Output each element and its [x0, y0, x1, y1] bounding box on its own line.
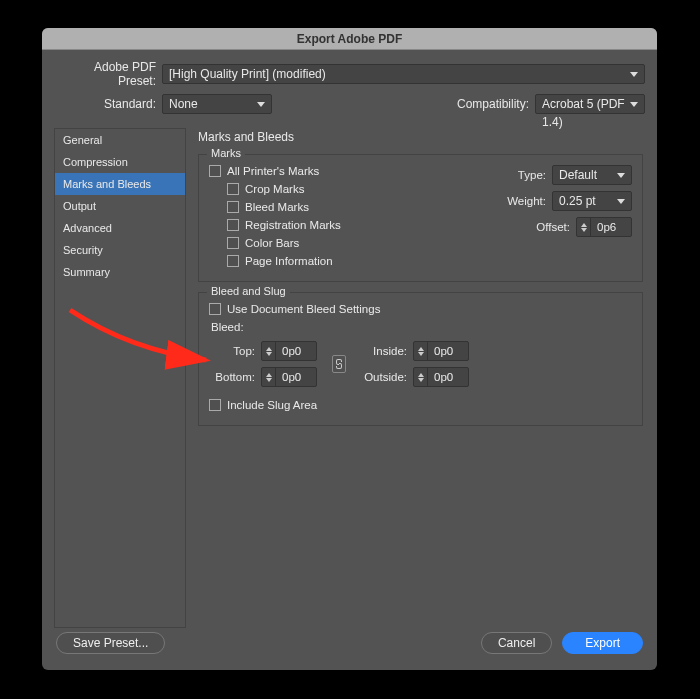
- preset-select[interactable]: [High Quality Print] (modified): [162, 64, 645, 84]
- bleed-inside-label: Inside:: [361, 345, 413, 357]
- registration-marks-checkbox[interactable]: [227, 219, 239, 231]
- bleed-marks-label: Bleed Marks: [245, 201, 309, 213]
- sidebar-item-compression[interactable]: Compression: [55, 151, 185, 173]
- bleed-outside-value: 0p0: [428, 371, 468, 383]
- compatibility-label: Compatibility:: [457, 97, 535, 111]
- offset-label: Offset:: [536, 221, 576, 233]
- standard-select[interactable]: None: [162, 94, 272, 114]
- sidebar-item-advanced[interactable]: Advanced: [55, 217, 185, 239]
- crop-marks-label: Crop Marks: [245, 183, 304, 195]
- cancel-button[interactable]: Cancel: [481, 632, 552, 654]
- color-bars-label: Color Bars: [245, 237, 299, 249]
- weight-select[interactable]: 0.25 pt: [552, 191, 632, 211]
- registration-marks-label: Registration Marks: [245, 219, 341, 231]
- bleed-bottom-input[interactable]: 0p0: [261, 367, 317, 387]
- compatibility-select[interactable]: Acrobat 5 (PDF 1.4): [535, 94, 645, 114]
- link-bleed-icon[interactable]: [327, 344, 351, 384]
- offset-input[interactable]: 0p6: [576, 217, 632, 237]
- page-info-label: Page Information: [245, 255, 333, 267]
- bleed-top-value: 0p0: [276, 345, 316, 357]
- bleed-slug-fieldset: Bleed and Slug Use Document Bleed Settin…: [198, 292, 643, 426]
- panel-title: Marks and Bleeds: [198, 130, 643, 144]
- sidebar-item-summary[interactable]: Summary: [55, 261, 185, 283]
- crop-marks-checkbox[interactable]: [227, 183, 239, 195]
- bleed-marks-checkbox[interactable]: [227, 201, 239, 213]
- standard-label: Standard:: [54, 97, 162, 111]
- bleed-top-stepper[interactable]: [262, 342, 276, 360]
- export-pdf-dialog: Export Adobe PDF Adobe PDF Preset: [High…: [42, 28, 657, 670]
- sidebar-item-marks-bleeds[interactable]: Marks and Bleeds: [55, 173, 185, 195]
- sidebar-item-output[interactable]: Output: [55, 195, 185, 217]
- include-slug-checkbox[interactable]: [209, 399, 221, 411]
- use-document-bleed-label: Use Document Bleed Settings: [227, 303, 380, 315]
- offset-value: 0p6: [591, 221, 631, 233]
- export-button[interactable]: Export: [562, 632, 643, 654]
- bleed-inside-value: 0p0: [428, 345, 468, 357]
- marks-fieldset: Marks All Printer's Marks Crop Marks: [198, 154, 643, 282]
- bleed-bottom-stepper[interactable]: [262, 368, 276, 386]
- offset-stepper[interactable]: [577, 218, 591, 236]
- bleed-outside-stepper[interactable]: [414, 368, 428, 386]
- bleed-bottom-label: Bottom:: [209, 371, 261, 383]
- bleed-outside-input[interactable]: 0p0: [413, 367, 469, 387]
- bleed-slug-legend: Bleed and Slug: [207, 285, 290, 297]
- bleed-inside-input[interactable]: 0p0: [413, 341, 469, 361]
- all-printers-marks-checkbox[interactable]: [209, 165, 221, 177]
- type-label: Type:: [518, 169, 552, 181]
- page-info-checkbox[interactable]: [227, 255, 239, 267]
- bleed-outside-label: Outside:: [361, 371, 413, 383]
- marks-legend: Marks: [207, 147, 245, 159]
- category-sidebar: General Compression Marks and Bleeds Out…: [54, 128, 186, 628]
- dialog-titlebar: Export Adobe PDF: [42, 28, 657, 50]
- color-bars-checkbox[interactable]: [227, 237, 239, 249]
- all-printers-marks-label: All Printer's Marks: [227, 165, 319, 177]
- use-document-bleed-checkbox[interactable]: [209, 303, 221, 315]
- bleed-inside-stepper[interactable]: [414, 342, 428, 360]
- preset-label: Adobe PDF Preset:: [54, 60, 162, 88]
- weight-label: Weight:: [507, 195, 552, 207]
- save-preset-button[interactable]: Save Preset...: [56, 632, 165, 654]
- bleed-top-input[interactable]: 0p0: [261, 341, 317, 361]
- sidebar-item-security[interactable]: Security: [55, 239, 185, 261]
- type-select[interactable]: Default: [552, 165, 632, 185]
- bleed-bottom-value: 0p0: [276, 371, 316, 383]
- include-slug-label: Include Slug Area: [227, 399, 317, 411]
- sidebar-item-general[interactable]: General: [55, 129, 185, 151]
- bleed-top-label: Top:: [209, 345, 261, 357]
- bleed-label: Bleed:: [211, 321, 632, 333]
